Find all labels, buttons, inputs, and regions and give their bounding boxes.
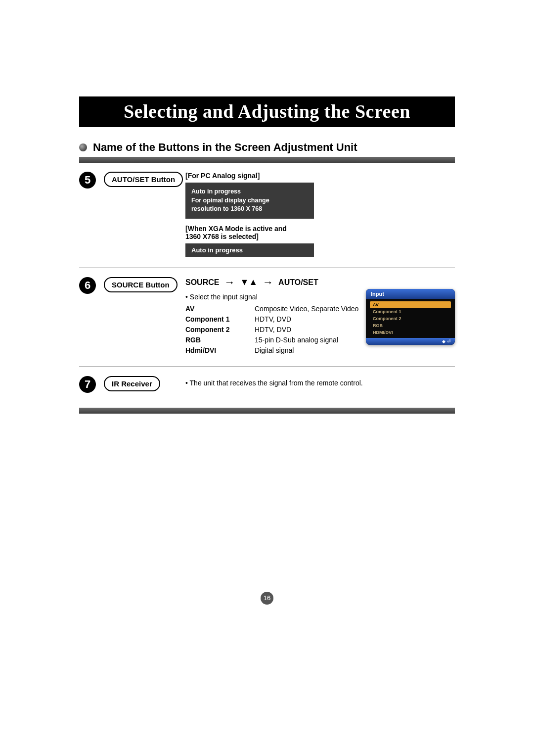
step-number-6: 6 <box>79 277 96 294</box>
page-title: Selecting and Adjusting the Screen <box>79 96 455 127</box>
divider-top <box>79 157 455 163</box>
flow-source: SOURCE <box>185 278 219 287</box>
input-menu-item-rgb: RGB <box>370 322 451 329</box>
osd-auto-progress-1: Auto in progress For opimal display chan… <box>185 183 314 219</box>
input-menu-footer: ◆ ⏎ <box>366 338 455 345</box>
updown-icon: ▼▲ <box>240 277 258 287</box>
input-menu-item-hdmi: HDMI/DVI <box>370 329 451 336</box>
section-autoset: 5 AUTO/SET Button [For PC Analog signal]… <box>79 163 455 268</box>
subtitle-row: Name of the Buttons in the Screen Adjust… <box>79 141 455 154</box>
page-number-wrap: 16 <box>79 592 455 605</box>
flow-row: SOURCE → ▼▲ → AUTO/SET <box>185 277 455 288</box>
source-button-label: SOURCE Button <box>104 277 178 292</box>
osd-line: Auto in progress <box>191 188 308 196</box>
step-number-5: 5 <box>79 172 96 189</box>
xga-label-a: [When XGA Mode is active and <box>185 225 455 233</box>
input-osd-menu: Input AV Component 1 Component 2 RGB HDM… <box>366 289 455 345</box>
signal-name: AV <box>185 304 245 314</box>
divider-bottom <box>79 408 455 414</box>
osd-line: resolution to 1360 X 768 <box>191 205 308 214</box>
ir-description: • The unit that receives the signal from… <box>185 379 455 387</box>
input-menu-header: Input <box>366 289 455 299</box>
ir-receiver-label: IR Receiver <box>104 376 160 391</box>
signal-name: Component 2 <box>185 325 245 335</box>
signal-name: Component 1 <box>185 314 245 325</box>
arrow-icon: → <box>224 277 235 288</box>
input-menu-item-comp1: Component 1 <box>370 308 451 315</box>
flow-autoset: AUTO/SET <box>278 278 318 287</box>
signal-name: RGB <box>185 335 245 345</box>
bullet-icon <box>79 143 87 151</box>
input-menu-item-comp2: Component 2 <box>370 315 451 322</box>
signal-name: Hdmi/DVI <box>185 345 245 356</box>
signal-desc: Digital signal <box>255 345 455 356</box>
section-source: 6 SOURCE Button SOURCE → ▼▲ → AUTO/SET •… <box>79 268 455 367</box>
autoset-button-label: AUTO/SET Button <box>104 172 183 187</box>
xga-label-b: 1360 X768 is selected] <box>185 233 455 240</box>
page-number: 16 <box>261 592 273 605</box>
subtitle: Name of the Buttons in the Screen Adjust… <box>93 141 357 154</box>
osd-auto-progress-2: Auto in progress <box>185 243 314 257</box>
input-menu-item-av: AV <box>370 301 451 308</box>
pc-analog-label: [For PC Analog signal] <box>185 172 455 180</box>
section-ir: 7 IR Receiver • The unit that receives t… <box>79 367 455 404</box>
osd-line: For opimal display change <box>191 196 308 205</box>
step-number-7: 7 <box>79 376 96 393</box>
arrow-icon: → <box>263 277 273 288</box>
